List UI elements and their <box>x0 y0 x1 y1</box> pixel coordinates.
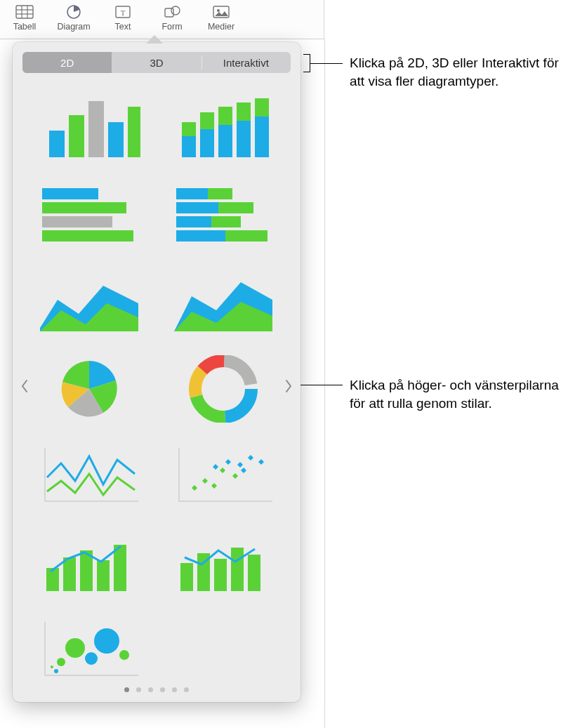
toolbar-item-shape[interactable]: Form <box>147 3 197 32</box>
svg-rect-14 <box>88 101 104 157</box>
callout-bracket-top <box>303 54 310 72</box>
toolbar-label: Medier <box>208 22 235 32</box>
toolbar-label: Diagram <box>57 22 90 32</box>
segmented-control: 2D 3D Interaktivt <box>22 52 291 73</box>
svg-rect-52 <box>114 545 126 591</box>
svg-rect-27 <box>42 188 98 199</box>
svg-rect-29 <box>42 216 112 227</box>
chart-grid <box>37 94 277 684</box>
svg-rect-19 <box>200 129 214 157</box>
svg-rect-57 <box>248 555 260 591</box>
svg-rect-37 <box>176 230 225 241</box>
chart-type-combo-2[interactable] <box>171 529 276 597</box>
svg-rect-38 <box>225 230 268 241</box>
svg-rect-13 <box>69 115 84 157</box>
chart-type-bubble[interactable] <box>37 616 142 684</box>
chart-type-pie[interactable] <box>37 355 142 423</box>
chevron-left-icon <box>20 378 29 394</box>
svg-rect-0 <box>16 6 33 18</box>
svg-rect-24 <box>237 102 251 121</box>
svg-rect-49 <box>63 557 76 591</box>
svg-rect-53 <box>180 563 193 591</box>
chart-type-combo-1[interactable] <box>37 529 142 597</box>
chart-type-bar[interactable] <box>37 181 142 249</box>
media-icon <box>212 4 230 20</box>
callout-text-arrows: Klicka på höger- och vänsterpilarna för … <box>350 376 560 412</box>
svg-rect-31 <box>176 188 208 199</box>
chart-type-area[interactable] <box>37 268 142 336</box>
svg-text:T: T <box>121 8 126 17</box>
svg-rect-20 <box>200 112 214 129</box>
svg-rect-55 <box>214 559 227 591</box>
page-dot[interactable] <box>160 687 165 692</box>
svg-point-9 <box>171 6 180 15</box>
callout-lead-arrows <box>300 385 343 385</box>
svg-point-65 <box>54 669 58 673</box>
svg-rect-35 <box>176 216 211 227</box>
svg-point-61 <box>65 638 85 658</box>
svg-rect-30 <box>42 230 133 241</box>
chart-icon <box>65 4 83 20</box>
svg-rect-51 <box>97 560 110 591</box>
svg-rect-22 <box>218 107 232 125</box>
chart-type-donut[interactable] <box>171 355 276 423</box>
page-dot[interactable] <box>148 687 153 692</box>
chart-picker-popover: 2D 3D Interaktivt <box>13 42 300 702</box>
toolbar-label: Text <box>115 22 131 32</box>
svg-rect-34 <box>218 202 253 213</box>
chart-type-stacked-column[interactable] <box>171 94 276 161</box>
toolbar-item-media[interactable]: Medier <box>197 3 246 32</box>
svg-rect-18 <box>182 122 196 136</box>
toolbar-label: Tabell <box>13 22 37 32</box>
svg-rect-48 <box>46 568 59 591</box>
text-icon: T <box>114 4 132 20</box>
chart-type-empty <box>171 616 276 684</box>
svg-point-62 <box>85 652 98 665</box>
svg-rect-32 <box>208 188 232 199</box>
page-dots <box>13 687 300 692</box>
toolbar: Tabell Diagram T Text Form Medier <box>0 0 324 39</box>
chart-type-stacked-bar[interactable] <box>171 181 276 249</box>
tab-2d[interactable]: 2D <box>22 52 112 73</box>
callout-lead-top <box>310 63 343 64</box>
svg-point-11 <box>217 9 220 12</box>
svg-rect-12 <box>49 131 65 157</box>
callout-text-top: Klicka på 2D, 3D eller Interaktivt för a… <box>350 54 560 90</box>
page-dot[interactable] <box>184 687 189 692</box>
toolbar-label: Form <box>161 22 182 32</box>
tab-interactive[interactable]: Interaktivt <box>202 52 291 73</box>
svg-point-64 <box>119 650 129 660</box>
svg-rect-28 <box>42 202 126 213</box>
prev-style-button[interactable] <box>17 371 32 402</box>
svg-rect-33 <box>176 202 218 213</box>
chart-type-column[interactable] <box>37 94 142 161</box>
toolbar-item-table[interactable]: Tabell <box>0 3 49 32</box>
chart-type-stacked-area[interactable] <box>171 268 276 336</box>
svg-rect-26 <box>255 98 269 117</box>
page-dot[interactable] <box>124 687 129 692</box>
svg-point-66 <box>51 666 53 668</box>
toolbar-item-chart[interactable]: Diagram <box>49 3 98 32</box>
svg-rect-23 <box>237 121 251 157</box>
svg-rect-36 <box>211 216 241 227</box>
toolbar-item-text[interactable]: T Text <box>98 3 147 32</box>
chart-type-scatter[interactable] <box>171 442 276 510</box>
chevron-right-icon <box>284 378 293 394</box>
svg-rect-16 <box>128 107 140 157</box>
table-icon <box>15 4 34 20</box>
page-dot[interactable] <box>172 687 177 692</box>
svg-point-60 <box>57 658 65 666</box>
page-dot[interactable] <box>136 687 141 692</box>
svg-rect-25 <box>255 117 269 157</box>
vertical-divider <box>324 39 325 728</box>
svg-rect-15 <box>108 122 124 157</box>
shape-icon <box>163 4 181 20</box>
chart-type-line[interactable] <box>37 442 142 510</box>
svg-point-63 <box>94 628 119 654</box>
tab-3d[interactable]: 3D <box>112 52 201 73</box>
svg-rect-56 <box>231 548 244 591</box>
next-style-button[interactable] <box>281 371 296 402</box>
svg-rect-21 <box>218 125 232 157</box>
chart-grid-wrap <box>13 94 300 670</box>
svg-rect-17 <box>182 136 196 157</box>
